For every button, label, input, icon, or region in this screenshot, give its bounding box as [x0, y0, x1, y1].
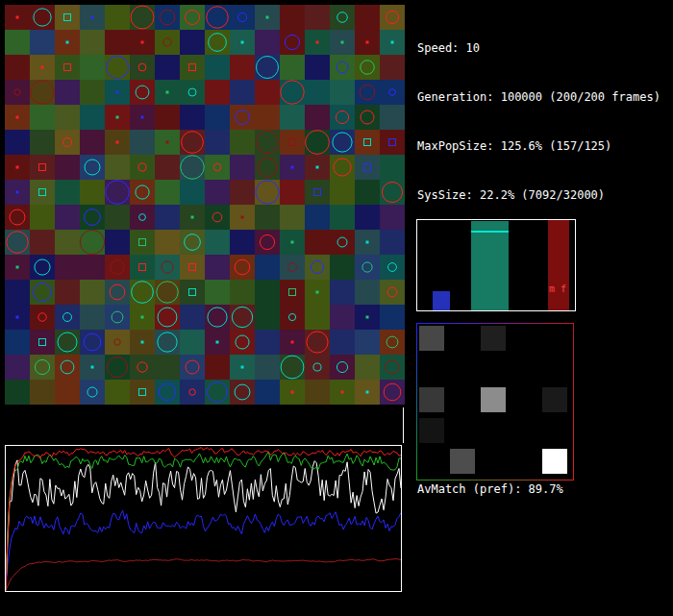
stat-avmatch-pref: AvMatch (pref): 89.7% — [417, 481, 661, 498]
heatmap-cell — [450, 449, 475, 474]
heatmap-border-top — [416, 323, 574, 324]
world-map-canvas[interactable] — [5, 5, 405, 405]
map-chart-divider — [403, 407, 404, 443]
heatmap-cell — [419, 387, 444, 412]
heatmap-cell — [481, 326, 506, 351]
population-bar — [433, 291, 450, 310]
simulation-window: { "window": { "bg": "#000000", "width": … — [0, 0, 673, 616]
heatmap-border-bottom — [416, 480, 574, 480]
population-bar-chart: m f — [416, 219, 576, 311]
heatmap-cell — [542, 449, 567, 474]
male-female-bar — [548, 220, 569, 310]
heatmap-border-right — [573, 323, 574, 480]
stat-syssize: SysSize: 22.2% (7092/32000) — [417, 187, 661, 204]
capacity-target-marker — [471, 231, 509, 233]
stat-maxpopsize: MaxPopSize: 125.6% (157/125) — [417, 138, 661, 155]
history-line-chart — [5, 445, 402, 592]
stat-generation: Generation: 100000 (200/200 frames) — [417, 89, 661, 106]
heatmap-border-left — [416, 323, 417, 480]
male-female-label: m f — [549, 283, 566, 294]
heatmap-cell — [419, 418, 444, 443]
heatmap-cell — [542, 387, 567, 412]
species-heatmap — [416, 323, 574, 480]
heatmap-cell — [481, 387, 506, 412]
capacity-bar — [471, 221, 509, 310]
heatmap-cell — [419, 326, 444, 351]
stat-speed: Speed: 10 — [417, 40, 661, 57]
history-line-canvas — [6, 446, 401, 591]
